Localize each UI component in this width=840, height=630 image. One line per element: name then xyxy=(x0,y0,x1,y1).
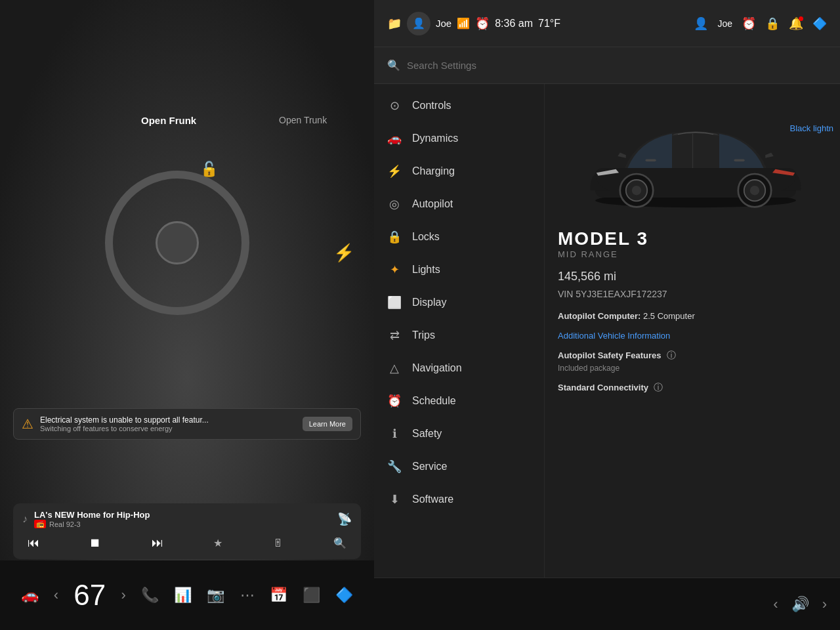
additional-vehicle-info-link[interactable]: Additional Vehicle Information xyxy=(558,331,670,341)
nav-item-software[interactable]: ⬇ Software xyxy=(374,483,544,516)
display-icon: ⬜ xyxy=(387,295,402,310)
prev-button[interactable]: ⏮ xyxy=(22,534,45,553)
car-vin: VIN 5YJ3E1EAXJF172237 xyxy=(558,289,827,299)
autopilot-label: Autopilot xyxy=(412,198,453,210)
car-svg xyxy=(578,97,814,215)
window-icon[interactable]: ⬛ xyxy=(303,587,320,604)
car-info: MODEL 3 MID RANGE 145,566 mi VIN 5YJ3E1E… xyxy=(558,228,827,394)
steering-wheel xyxy=(105,171,249,315)
connectivity-info-icon[interactable]: ⓘ xyxy=(654,382,663,392)
trips-icon: ⇄ xyxy=(387,328,402,343)
search-bar: 🔍 xyxy=(374,47,840,84)
user-name-top: Joe xyxy=(717,18,732,29)
camera-icon[interactable]: 📷 xyxy=(207,587,224,604)
bluetooth-icon[interactable]: 🔷 xyxy=(335,587,353,604)
main-content: ⊙ Controls 🚗 Dynamics ⚡ Charging ◎ Autop… xyxy=(374,84,840,578)
forward-arrow-icon[interactable]: › xyxy=(822,596,827,613)
notification-icon[interactable]: 🔔 xyxy=(789,16,803,31)
cast-icon[interactable]: 📡 xyxy=(337,512,352,526)
svg-point-8 xyxy=(750,186,759,195)
next-button[interactable]: ⏭ xyxy=(146,534,169,553)
alarm-icon[interactable]: ⏰ xyxy=(475,16,490,31)
svg-rect-9 xyxy=(646,159,656,162)
alert-banner: ⚠ Electrical system is unable to support… xyxy=(13,408,361,440)
search-media-button[interactable]: 🔍 xyxy=(328,534,352,552)
alert-text-area: Electrical system is unable to support a… xyxy=(40,415,296,432)
connectivity-label: Standard Connectivity xyxy=(558,383,648,392)
nav-item-locks[interactable]: 🔒 Locks xyxy=(374,220,544,253)
user-icon-top[interactable]: 👤 xyxy=(694,16,708,31)
nav-item-display[interactable]: ⬜ Display xyxy=(374,286,544,319)
alert-subtitle: Switching off features to conserve energ… xyxy=(40,425,296,432)
open-frunk-button[interactable]: Open Frunk xyxy=(141,115,196,126)
bluetooth-icon-top[interactable]: 🔷 xyxy=(812,16,827,31)
dynamics-icon: 🚗 xyxy=(387,131,402,146)
display-label: Display xyxy=(412,297,446,308)
locks-label: Locks xyxy=(412,231,440,243)
safety-features-value: Included package xyxy=(558,364,620,373)
search-icon: 🔍 xyxy=(387,59,400,72)
media-player: ♪ LA's NEW Home for Hip-Hop 📻 Real 92-3 … xyxy=(13,503,361,559)
charging-icon: ⚡ xyxy=(387,164,402,178)
back-chevron[interactable]: ‹ xyxy=(54,587,58,604)
profile-button[interactable]: 👤 xyxy=(407,12,430,35)
bottom-taskbar-right: ‹ 🔊 › xyxy=(374,578,840,630)
station-name: Real 92-3 xyxy=(49,520,81,528)
lock-icon-top[interactable]: 🔒 xyxy=(765,16,780,31)
car-mileage: 145,566 mi xyxy=(558,270,827,284)
connectivity-row: Standard Connectivity ⓘ xyxy=(558,381,827,394)
search-wrap: 🔍 xyxy=(387,55,827,75)
back-arrow-icon[interactable]: ‹ xyxy=(773,596,778,613)
open-trunk-button[interactable]: Open Trunk xyxy=(279,115,327,125)
nav-item-schedule[interactable]: ⏰ Schedule xyxy=(374,385,544,417)
alert-title: Electrical system is unable to support a… xyxy=(40,415,296,425)
stop-button[interactable]: ⏹ xyxy=(84,534,106,553)
forward-chevron[interactable]: › xyxy=(121,587,125,604)
settings-nav: ⊙ Controls 🚗 Dynamics ⚡ Charging ◎ Autop… xyxy=(374,84,545,578)
car-variant: MID RANGE xyxy=(558,249,827,259)
calendar-icon[interactable]: 📅 xyxy=(270,587,287,604)
nav-item-trips[interactable]: ⇄ Trips xyxy=(374,319,544,352)
volume-icon[interactable]: 🔊 xyxy=(791,596,809,613)
nav-item-controls[interactable]: ⊙ Controls xyxy=(374,89,544,122)
warning-icon: ⚠ xyxy=(22,416,33,432)
favorite-button[interactable]: ★ xyxy=(208,534,228,552)
locks-icon: 🔒 xyxy=(387,230,402,244)
software-label: Software xyxy=(412,494,453,505)
alarm-icon-top[interactable]: ⏰ xyxy=(742,16,756,31)
detail-panel: Black lightn MODEL 3 MID RANGE 145,566 m… xyxy=(545,84,840,578)
nav-item-charging[interactable]: ⚡ Charging xyxy=(374,155,544,188)
media-controls: ⏮ ⏹ ⏭ ★ 🎚 🔍 xyxy=(22,534,352,553)
nav-item-safety[interactable]: ℹ Safety xyxy=(374,417,544,450)
user-name: Joe xyxy=(436,18,452,29)
nav-item-navigation[interactable]: △ Navigation xyxy=(374,352,544,385)
nav-item-service[interactable]: 🔧 Service xyxy=(374,450,544,483)
navigation-label: Navigation xyxy=(412,362,462,374)
safety-features-row: Autopilot Safety Features ⓘ Included pac… xyxy=(558,349,827,373)
car-image-area xyxy=(578,97,840,242)
car-icon[interactable]: 🚗 xyxy=(21,587,39,604)
folder-icon[interactable]: 📁 xyxy=(387,16,402,31)
signal-icon: 📶 xyxy=(457,17,470,30)
learn-more-button[interactable]: Learn More xyxy=(303,417,352,431)
dots-icon[interactable]: ⋯ xyxy=(240,587,255,604)
time-display: 8:36 am xyxy=(495,18,533,30)
media-info: LA's NEW Home for Hip-Hop 📻 Real 92-3 xyxy=(34,510,337,528)
svg-rect-10 xyxy=(734,159,745,162)
status-bar-left: 📁 👤 Joe 📶 ⏰ 8:36 am 71°F xyxy=(387,12,684,35)
equalizer-button[interactable]: 🎚 xyxy=(268,535,289,552)
lock-icon[interactable]: 🔓 xyxy=(200,161,218,178)
phone-icon[interactable]: 📞 xyxy=(141,587,159,604)
autopilot-value: 2.5 Computer xyxy=(643,311,695,321)
nav-item-autopilot[interactable]: ◎ Autopilot xyxy=(374,188,544,220)
safety-icon: ℹ xyxy=(387,427,402,441)
equalizer-taskbar-icon[interactable]: 📊 xyxy=(174,587,192,604)
service-label: Service xyxy=(412,461,447,472)
nav-item-dynamics[interactable]: 🚗 Dynamics xyxy=(374,122,544,155)
nav-item-lights[interactable]: ✦ Lights xyxy=(374,253,544,286)
right-panel: 📁 👤 Joe 📶 ⏰ 8:36 am 71°F 👤 Joe ⏰ 🔒 🔔 🔷 🔍 xyxy=(374,0,840,630)
svg-point-5 xyxy=(632,186,641,195)
search-input[interactable] xyxy=(407,60,827,71)
safety-label: Safety xyxy=(412,428,442,440)
safety-info-icon[interactable]: ⓘ xyxy=(667,350,676,360)
